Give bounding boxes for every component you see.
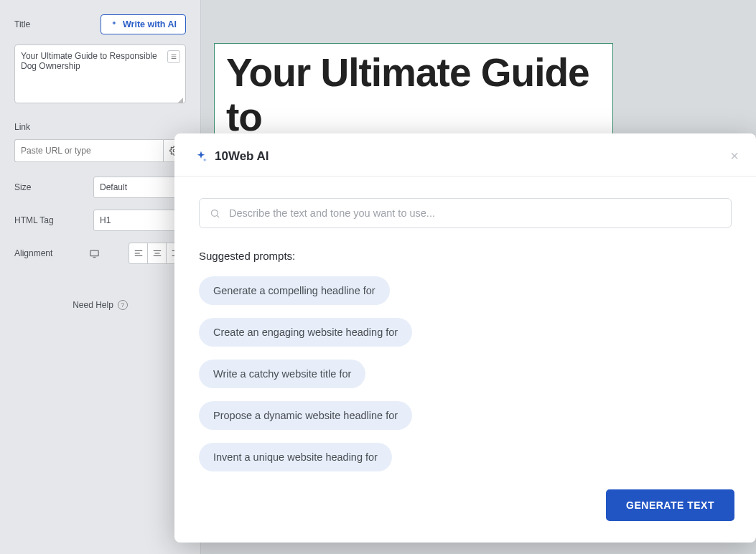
prompt-input[interactable]: [229, 207, 721, 219]
modal-header: 10Web AI ×: [174, 133, 756, 177]
htmltag-select[interactable]: H1: [93, 210, 186, 231]
prompt-chip[interactable]: Invent a unique website heading for: [199, 443, 392, 471]
prompt-chip[interactable]: Generate a compelling headline for: [199, 276, 390, 305]
size-row: Size Default: [14, 177, 186, 198]
prompt-input-wrap: [199, 198, 732, 228]
alignment-row: Alignment: [14, 243, 186, 264]
suggested-prompts-label: Suggested prompts:: [199, 250, 732, 262]
htmltag-value: H1: [100, 215, 111, 225]
title-textarea-wrap: [14, 44, 186, 106]
generate-text-button[interactable]: GENERATE TEXT: [606, 489, 734, 521]
align-left-button[interactable]: [129, 243, 148, 263]
link-row: [14, 139, 186, 162]
svg-rect-1: [90, 250, 98, 256]
link-label: Link: [14, 122, 186, 132]
modal-close-button[interactable]: ×: [730, 148, 739, 164]
prompt-chip[interactable]: Propose a dynamic website headline for: [199, 401, 412, 430]
settings-panel: Title Write with AI Link Size Default HT…: [0, 0, 201, 554]
close-icon: ×: [730, 148, 739, 164]
align-center-button[interactable]: [148, 243, 167, 263]
need-help-label: Need Help: [73, 300, 113, 310]
align-left-icon: [134, 249, 144, 258]
link-input[interactable]: [14, 139, 163, 162]
write-with-ai-label: Write with AI: [123, 19, 177, 29]
align-center-icon: [152, 249, 162, 258]
htmltag-row: HTML Tag H1: [14, 210, 186, 231]
modal-footer: GENERATE TEXT: [174, 489, 756, 543]
heading-text: Your Ultimate Guide to: [226, 51, 601, 139]
resize-handle-icon[interactable]: [176, 96, 183, 103]
modal-title: 10Web AI: [195, 149, 269, 164]
write-with-ai-button[interactable]: Write with AI: [101, 14, 186, 34]
svg-point-2: [212, 210, 218, 216]
help-icon: ?: [118, 300, 128, 310]
modal-body: Suggested prompts: Generate a compelling…: [174, 177, 756, 489]
need-help[interactable]: Need Help ?: [14, 300, 186, 310]
suggested-prompts-list: Generate a compelling headline for Creat…: [199, 276, 732, 471]
ai-modal: 10Web AI × Suggested prompts: Generate a…: [174, 133, 756, 543]
modal-brand: 10Web AI: [215, 149, 269, 164]
size-select[interactable]: Default: [93, 177, 186, 198]
title-textarea[interactable]: [14, 44, 186, 103]
size-label: Size: [14, 182, 93, 192]
sparkle-icon: [110, 20, 118, 29]
dynamic-tags-icon[interactable]: [167, 50, 180, 63]
htmltag-label: HTML Tag: [14, 215, 93, 225]
prompt-chip[interactable]: Create an engaging website heading for: [199, 318, 412, 347]
prompt-chip[interactable]: Write a catchy website title for: [199, 360, 365, 388]
heading-widget[interactable]: Your Ultimate Guide to: [214, 43, 613, 147]
title-label: Title: [14, 19, 30, 29]
sparkle-icon: [195, 150, 207, 163]
search-icon: [210, 208, 220, 219]
device-icon[interactable]: [89, 249, 100, 258]
size-value: Default: [100, 182, 127, 192]
alignment-label: Alignment: [14, 248, 89, 258]
title-row: Title Write with AI: [14, 14, 186, 34]
